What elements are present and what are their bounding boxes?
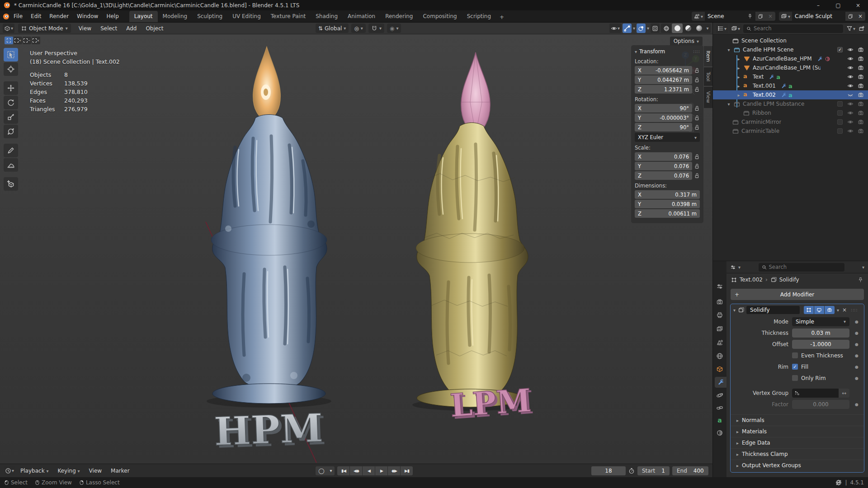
lock-icon[interactable]	[694, 105, 700, 111]
pin-icon[interactable]	[858, 277, 863, 283]
render-visibility-icon[interactable]	[858, 47, 864, 53]
tab-world[interactable]	[714, 351, 725, 361]
collapse-icon[interactable]: ▾	[635, 49, 637, 54]
invert-vertex-group-button[interactable]: ↔	[839, 389, 849, 398]
tool-rotate[interactable]	[4, 96, 18, 109]
options-button[interactable]: Options▾	[670, 37, 703, 46]
tab-uv-editing[interactable]: UV Editing	[227, 11, 266, 22]
expand-icon[interactable]: ▾	[726, 102, 732, 107]
lock-icon[interactable]	[694, 163, 700, 169]
mode-select[interactable]: Simple▾	[792, 317, 849, 326]
text-hpm[interactable]: HPM HPM	[213, 405, 327, 457]
current-frame-field[interactable]: 18	[591, 466, 626, 475]
tab-tool-props[interactable]	[714, 281, 725, 292]
select-extend-button[interactable]: +	[14, 37, 22, 44]
lock-icon[interactable]	[694, 154, 700, 160]
hidden-eye-icon[interactable]	[847, 92, 854, 98]
tool-annotate[interactable]	[4, 144, 18, 157]
outliner-row-azurcandlebase-hpm[interactable]: ▸ AzurCandleBase_HPM	[713, 54, 868, 63]
outliner-row-candle-lpm-substance[interactable]: ▾ Candle LPM Substance	[713, 99, 868, 108]
render-visibility-icon[interactable]	[858, 128, 864, 134]
animate-dot[interactable]: ●	[853, 402, 860, 407]
pivot-point-select[interactable]: ◎▾	[351, 23, 366, 33]
menu-object[interactable]: Object	[142, 24, 167, 33]
shading-dropdown[interactable]: ▾	[704, 23, 711, 33]
menu-select[interactable]: Select	[96, 24, 121, 33]
menu-marker[interactable]: Marker	[107, 466, 133, 475]
tool-cursor[interactable]	[4, 62, 18, 76]
expand-icon[interactable]: ▸	[736, 56, 742, 61]
render-visibility-icon[interactable]	[858, 101, 864, 107]
properties-search[interactable]	[759, 263, 844, 272]
stopwatch-icon[interactable]	[628, 468, 635, 474]
scale-z-field[interactable]: Z0.076	[635, 171, 692, 180]
even-thickness-checkbox[interactable]	[792, 352, 798, 358]
tab-modifiers[interactable]	[715, 377, 726, 388]
shading-rendered-button[interactable]	[693, 23, 704, 33]
play-button[interactable]: ▶	[375, 466, 387, 475]
collapse-icon[interactable]: ▾	[733, 308, 736, 313]
scene-name-field[interactable]: Scene	[705, 12, 755, 21]
delete-modifier-button[interactable]: ×	[842, 307, 847, 313]
location-x-field[interactable]: X-0.065642 m	[635, 66, 692, 75]
transform-orientation-select[interactable]: ⇅Global▾	[316, 23, 349, 33]
menu-view[interactable]: View	[75, 24, 95, 33]
tab-shading[interactable]: Shading	[311, 11, 343, 22]
timeline-editor-type-button[interactable]: ▾	[4, 466, 15, 475]
tab-material[interactable]	[714, 427, 725, 438]
auto-key-button[interactable]: ◯	[316, 468, 327, 474]
vertex-group-field[interactable]	[792, 389, 839, 398]
render-visibility-icon[interactable]	[858, 92, 864, 98]
tab-view-layer[interactable]	[714, 324, 725, 334]
drag-handle-icon[interactable]: ∷∷	[851, 308, 858, 313]
modifier-extras-dropdown[interactable]: ▾	[837, 308, 839, 313]
location-y-field[interactable]: Y0.044267 m	[635, 75, 692, 84]
shading-material-button[interactable]	[683, 23, 693, 33]
render-visibility-icon[interactable]	[858, 74, 864, 80]
outliner-row-carminicmirror[interactable]: CarminicMirror	[713, 117, 868, 127]
new-scene-button[interactable]	[755, 12, 765, 21]
viewport-display-toggle[interactable]	[814, 306, 824, 314]
factor-field[interactable]: 0.000	[792, 400, 849, 409]
tab-object-data[interactable]: a	[714, 415, 725, 426]
viewport-3d[interactable]: HPM HPM LPM LPM + − × Options▾	[0, 34, 712, 464]
exclude-checkbox[interactable]	[837, 119, 843, 125]
animate-dot[interactable]: ●	[853, 342, 860, 347]
menu-timeline-view[interactable]: View	[85, 466, 106, 475]
tab-view[interactable]: View	[704, 87, 712, 108]
lock-icon[interactable]	[694, 67, 700, 73]
outliner-row-text[interactable]: ▸ a Text a	[713, 72, 868, 81]
mode-select[interactable]: Object Mode▾	[18, 23, 71, 33]
pin-icon[interactable]	[747, 14, 753, 19]
tab-texture-paint[interactable]: Texture Paint	[266, 11, 311, 22]
shading-solid-button[interactable]	[672, 23, 683, 33]
menu-keying[interactable]: Keying ▾	[53, 466, 84, 475]
filter-button[interactable]: ▾	[845, 24, 857, 33]
add-modifier-button[interactable]: + Add Modifier	[731, 289, 864, 300]
text-lpm[interactable]: LPM LPM	[449, 381, 535, 427]
hide-eye-icon[interactable]	[847, 128, 854, 134]
gizmos-toggle[interactable]	[623, 23, 632, 33]
jump-to-start-button[interactable]: ▮◀	[337, 466, 349, 475]
tab-scripting[interactable]: Scripting	[462, 11, 496, 22]
animate-dot[interactable]: ●	[853, 376, 860, 380]
tool-transform[interactable]	[4, 125, 18, 138]
tab-item[interactable]: Item	[704, 46, 712, 66]
menu-window[interactable]: Window	[73, 11, 102, 21]
menu-playback[interactable]: Playback ▾	[16, 466, 52, 475]
menu-help[interactable]: Help	[102, 11, 123, 21]
tab-animation[interactable]: Animation	[343, 11, 380, 22]
menu-render[interactable]: Render	[45, 11, 73, 21]
breadcrumb-object[interactable]: Text.002	[740, 277, 763, 283]
auto-key-dropdown[interactable]: ▾	[327, 468, 335, 473]
rotation-y-field[interactable]: Y-0.000003°	[635, 113, 692, 122]
play-reverse-button[interactable]: ◀	[363, 466, 375, 475]
scale-y-field[interactable]: Y0.076	[635, 162, 692, 170]
tool-measure[interactable]	[4, 158, 18, 172]
candle-hpm[interactable]	[211, 47, 327, 404]
properties-options-dropdown[interactable]: ▾	[862, 265, 864, 270]
subpanel-output-vertex-groups[interactable]: ▸Output Vertex Groups	[731, 460, 864, 471]
scale-x-field[interactable]: X0.076	[635, 152, 692, 161]
remove-view-layer-button[interactable]: ×	[855, 12, 865, 21]
outliner-search[interactable]	[743, 24, 843, 33]
